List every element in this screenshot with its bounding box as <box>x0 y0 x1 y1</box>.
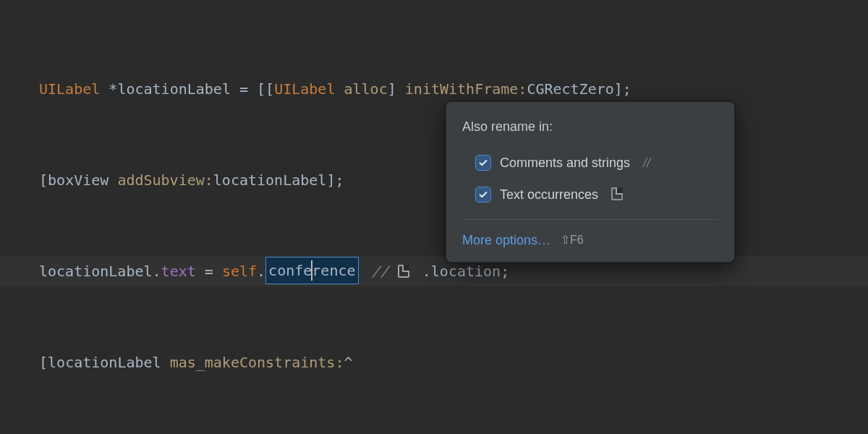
checkmark-icon <box>478 158 488 168</box>
popup-heading: Also rename in: <box>462 116 718 137</box>
text-caret <box>311 260 312 281</box>
keyboard-shortcut: ⇧F6 <box>561 230 584 250</box>
comment-slashes-icon: // <box>372 263 389 280</box>
code-line: UILabel *locationLabel = [[UILabel alloc… <box>39 74 868 104</box>
popup-footer: More options… ⇧F6 <box>462 219 718 250</box>
rename-popup: Also rename in: Comments and strings // … <box>446 101 735 263</box>
code-editor[interactable]: UILabel *locationLabel = [[UILabel alloc… <box>0 0 868 434</box>
option-label: Text occurrences <box>500 184 598 205</box>
comment-slashes-icon: // <box>643 153 650 173</box>
option-comments-strings[interactable]: Comments and strings // <box>462 147 718 179</box>
type-token: UILabel <box>39 80 100 98</box>
checkbox-checked[interactable] <box>475 155 491 171</box>
more-options-link[interactable]: More options… <box>462 230 550 250</box>
code-line: [locationLabel mas_makeConstraints:^ <box>39 347 868 378</box>
checkbox-checked[interactable] <box>475 187 491 203</box>
checkmark-icon <box>478 190 488 200</box>
rename-input[interactable]: conference <box>265 257 358 284</box>
option-label: Comments and strings <box>500 153 630 173</box>
code-line-active: locationLabel.text = self.conference // … <box>0 256 868 286</box>
text-occurrence-icon <box>398 265 409 278</box>
text-occurrence-icon <box>611 184 623 205</box>
inline-hint-icons: // <box>359 263 422 280</box>
option-text-occurrences[interactable]: Text occurrences <box>462 179 718 210</box>
